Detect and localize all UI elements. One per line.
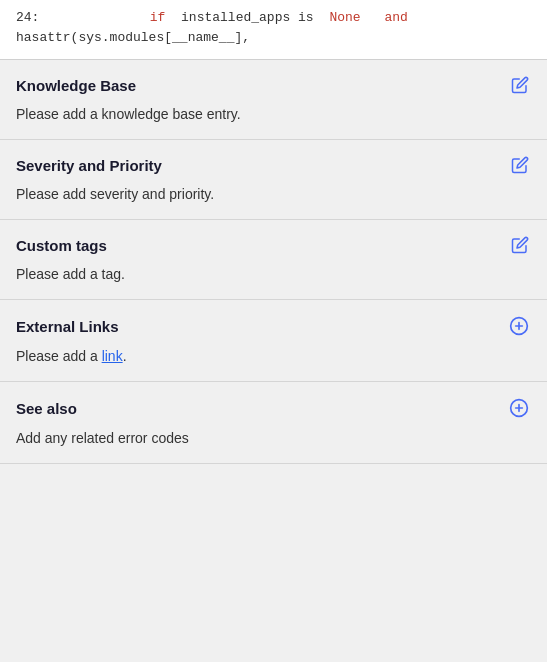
severity-priority-title: Severity and Priority bbox=[16, 157, 162, 174]
external-links-body: Please add a link. bbox=[16, 346, 531, 367]
pencil-icon bbox=[511, 76, 529, 94]
external-links-section: External Links Please add a link. bbox=[0, 300, 547, 382]
plus-circle-icon bbox=[509, 398, 529, 418]
code-line-1: 24: if installed_apps is None and bbox=[16, 8, 531, 28]
see-also-body: Add any related error codes bbox=[16, 428, 531, 449]
external-links-body-prefix: Please add a bbox=[16, 348, 102, 364]
severity-priority-edit-button[interactable] bbox=[509, 154, 531, 176]
pencil-icon bbox=[511, 236, 529, 254]
see-also-add-button[interactable] bbox=[507, 396, 531, 420]
code-line2-text: hasattr(sys.modules[__name__], bbox=[16, 28, 250, 48]
custom-tags-header: Custom tags bbox=[16, 234, 531, 256]
keyword-none: None bbox=[329, 8, 360, 28]
custom-tags-body: Please add a tag. bbox=[16, 264, 531, 285]
code-block: 24: if installed_apps is None and hasatt… bbox=[0, 0, 547, 60]
knowledge-base-section: Knowledge Base Please add a knowledge ba… bbox=[0, 60, 547, 140]
severity-priority-body: Please add severity and priority. bbox=[16, 184, 531, 205]
knowledge-base-header: Knowledge Base bbox=[16, 74, 531, 96]
code-text-1: installed_apps is bbox=[173, 8, 321, 28]
custom-tags-edit-button[interactable] bbox=[509, 234, 531, 256]
severity-priority-section: Severity and Priority Please add severit… bbox=[0, 140, 547, 220]
external-links-header: External Links bbox=[16, 314, 531, 338]
see-also-title: See also bbox=[16, 400, 77, 417]
keyword-if: if bbox=[150, 8, 166, 28]
line-number: 24: bbox=[16, 8, 40, 28]
external-links-title: External Links bbox=[16, 318, 119, 335]
code-indent bbox=[48, 8, 142, 28]
severity-priority-header: Severity and Priority bbox=[16, 154, 531, 176]
keyword-and: and bbox=[385, 8, 408, 28]
external-links-body-suffix: . bbox=[123, 348, 127, 364]
custom-tags-section: Custom tags Please add a tag. bbox=[0, 220, 547, 300]
custom-tags-title: Custom tags bbox=[16, 237, 107, 254]
knowledge-base-body: Please add a knowledge base entry. bbox=[16, 104, 531, 125]
knowledge-base-edit-button[interactable] bbox=[509, 74, 531, 96]
code-text-2 bbox=[369, 8, 377, 28]
see-also-header: See also bbox=[16, 396, 531, 420]
external-links-link[interactable]: link bbox=[102, 348, 123, 364]
code-line-2: hasattr(sys.modules[__name__], bbox=[16, 28, 531, 48]
see-also-section: See also Add any related error codes bbox=[0, 382, 547, 464]
plus-circle-icon bbox=[509, 316, 529, 336]
external-links-add-button[interactable] bbox=[507, 314, 531, 338]
pencil-icon bbox=[511, 156, 529, 174]
knowledge-base-title: Knowledge Base bbox=[16, 77, 136, 94]
